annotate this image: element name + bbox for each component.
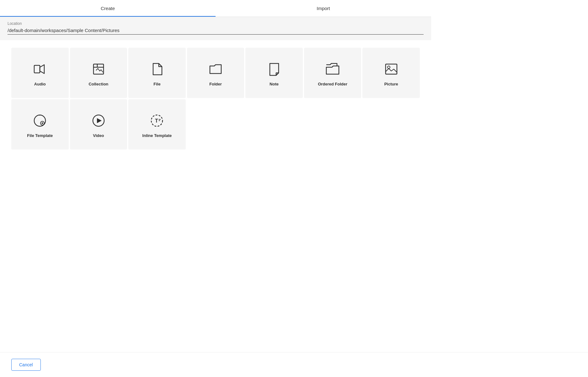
doc-type-audio[interactable]: Audio <box>11 48 69 98</box>
svg-rect-0 <box>34 65 40 73</box>
doc-type-grid-row2: File Template Video T Inline Template <box>11 99 420 150</box>
content-area: Audio Collection File <box>0 40 431 157</box>
doc-type-folder[interactable]: Folder <box>187 48 244 98</box>
svg-text:T: T <box>155 118 158 123</box>
svg-point-10 <box>42 122 43 124</box>
tab-import[interactable]: Import <box>216 0 431 17</box>
video-label: Video <box>93 133 104 138</box>
svg-rect-6 <box>386 64 397 74</box>
tab-create-label: Create <box>101 6 115 11</box>
picture-icon <box>384 62 399 77</box>
inline-template-label: Inline Template <box>142 133 172 138</box>
file-template-icon <box>32 113 47 128</box>
empty-cell-4 <box>362 99 420 150</box>
empty-cell-1 <box>187 99 244 150</box>
doc-type-file-template[interactable]: File Template <box>11 99 69 150</box>
file-label: File <box>153 82 160 86</box>
doc-type-picture[interactable]: Picture <box>362 48 420 98</box>
doc-type-video[interactable]: Video <box>70 99 127 150</box>
doc-type-ordered-folder[interactable]: Ordered Folder <box>304 48 361 98</box>
tabs-container: Create Import <box>0 0 431 17</box>
doc-type-grid-row1: Audio Collection File <box>11 48 420 98</box>
ordered-folder-label: Ordered Folder <box>318 82 347 86</box>
tab-active-indicator <box>0 16 216 17</box>
collection-label: Collection <box>88 82 108 86</box>
folder-label: Folder <box>209 82 222 86</box>
svg-marker-1 <box>40 65 44 74</box>
note-icon <box>267 62 282 77</box>
doc-type-note[interactable]: Note <box>245 48 303 98</box>
doc-type-file[interactable]: File <box>128 48 186 98</box>
location-label: Location <box>8 21 424 26</box>
svg-marker-13 <box>97 118 102 123</box>
note-label: Note <box>270 82 279 86</box>
folder-icon <box>208 62 223 77</box>
file-icon <box>149 62 164 77</box>
ordered-folder-icon <box>325 62 340 77</box>
picture-label: Picture <box>384 82 398 86</box>
tab-create[interactable]: Create <box>0 0 216 17</box>
tab-import-label: Import <box>317 6 330 11</box>
video-icon <box>91 113 106 128</box>
inline-template-icon: T <box>149 113 164 128</box>
empty-cell-2 <box>245 99 303 150</box>
svg-point-7 <box>388 66 390 68</box>
collection-icon <box>91 62 106 77</box>
doc-type-inline-template[interactable]: T Inline Template <box>128 99 186 150</box>
file-template-label: File Template <box>27 133 53 138</box>
location-bar: Location /default-domain/workspaces/Samp… <box>0 17 431 40</box>
doc-type-collection[interactable]: Collection <box>70 48 127 98</box>
audio-icon <box>32 62 47 77</box>
audio-label: Audio <box>34 82 46 86</box>
location-value: /default-domain/workspaces/Sample Conten… <box>8 28 424 35</box>
empty-cell-3 <box>304 99 361 150</box>
